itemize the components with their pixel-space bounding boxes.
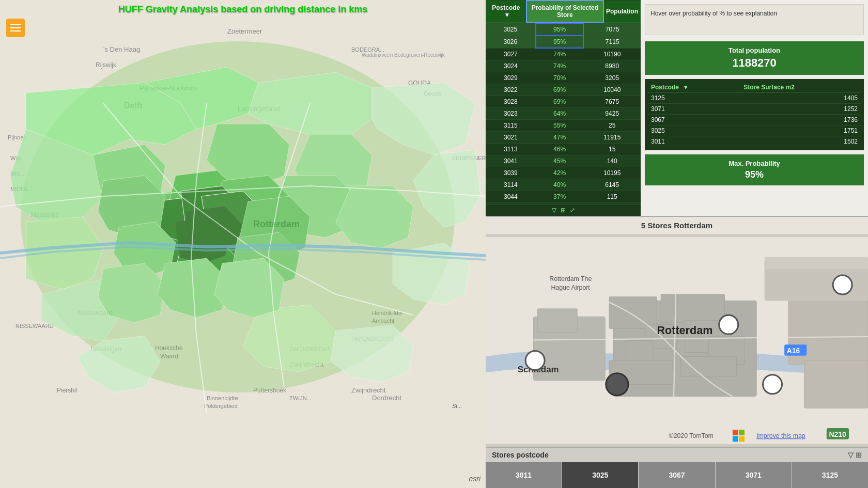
table-row[interactable]: 304145%140 <box>486 155 641 167</box>
store-tab-3125[interactable]: 3125 <box>792 462 868 488</box>
postcode-cell: 3024 <box>486 60 536 72</box>
store-tab-3011[interactable]: 3011 <box>486 462 562 488</box>
probability-cell[interactable]: 95% <box>536 23 584 36</box>
max-prob-title: Max. Probability <box>650 160 859 167</box>
population-header[interactable]: Population <box>603 1 641 22</box>
mini-map-container[interactable]: Rotterdam The Hague Airport Schiedam Rot… <box>486 234 868 447</box>
bottom-bar-icons: ▽ ⊞ <box>848 451 862 459</box>
probability-cell[interactable]: 55% <box>536 120 584 132</box>
svg-rect-41 <box>661 294 724 322</box>
table-row[interactable]: 302774%10190 <box>486 48 641 60</box>
table-expand-icon[interactable]: ⤢ <box>570 207 575 214</box>
table-row[interactable]: 302147%11915 <box>486 132 641 144</box>
svg-rect-72 <box>739 430 745 435</box>
population-cell: 11915 <box>583 132 641 144</box>
svg-point-65 <box>525 351 545 370</box>
store-surface-panel: Postcode ▼ Store Surface m2 312514053071… <box>645 79 864 150</box>
svg-rect-53 <box>765 257 868 269</box>
svg-rect-51 <box>804 360 868 408</box>
mini-map-title: 5 Stores Rotterdam <box>486 217 868 234</box>
svg-text:Zoetermeer: Zoetermeer <box>227 27 262 35</box>
population-cell: 10190 <box>583 48 641 60</box>
bottom-bar: Stores postcode ▽ ⊞ 30113025306730713125 <box>486 447 868 488</box>
main-map[interactable]: HUFF Gravity Analysis based on driving d… <box>0 0 486 488</box>
probability-cell[interactable]: 42% <box>536 167 584 179</box>
probability-cell[interactable]: 45% <box>536 155 584 167</box>
population-cell: 15 <box>583 144 641 155</box>
postcode-cell: 3039 <box>486 167 536 179</box>
svg-rect-74 <box>739 436 745 442</box>
max-probability-panel: Max. Probability 95% <box>645 154 864 185</box>
bottom-right-section: 5 Stores Rotterdam <box>486 217 868 447</box>
table-row[interactable]: 311440%6145 <box>486 179 641 191</box>
store-tab-3025[interactable]: 3025 <box>562 462 639 488</box>
population-cell: 115 <box>583 191 641 203</box>
svg-text:Zwijndrecht: Zwijndrecht <box>351 386 386 394</box>
table-row[interactable]: 302695%7115 <box>486 36 641 48</box>
table-row[interactable]: 302595%7075 <box>486 23 641 36</box>
table-row[interactable]: 303942%10195 <box>486 167 641 179</box>
table-row[interactable]: 311346%15 <box>486 144 641 155</box>
esri-watermark: esri <box>469 475 481 483</box>
probability-cell[interactable]: 95% <box>536 36 584 48</box>
postcode-cell: 3025 <box>486 23 536 36</box>
probability-cell[interactable]: 64% <box>536 108 584 120</box>
probability-cell[interactable]: 74% <box>536 60 584 72</box>
svg-point-64 <box>606 373 628 396</box>
postcode-cell: 3114 <box>486 179 536 191</box>
probability-cell[interactable]: 69% <box>536 96 584 108</box>
grid-icon[interactable]: ⊞ <box>856 451 862 459</box>
table-filter-icon[interactable]: ▽ <box>552 207 556 214</box>
probability-cell[interactable]: 47% <box>536 132 584 144</box>
total-population-title: Total population <box>650 46 859 54</box>
store-tab-3071[interactable]: 3071 <box>716 462 792 488</box>
hover-info-text: Hover over probability of % to see expla… <box>650 10 777 17</box>
table-row[interactable]: 302364%9425 <box>486 108 641 120</box>
probability-cell[interactable]: 37% <box>536 191 584 203</box>
table-row[interactable]: 302269%10040 <box>486 84 641 96</box>
svg-point-66 <box>719 315 738 334</box>
hamburger-button[interactable] <box>6 19 25 37</box>
surface-m2-cell: 1751 <box>740 125 861 136</box>
postcode-cell: 3113 <box>486 144 536 155</box>
postcode-cell: 3029 <box>486 72 536 84</box>
store-surface-table: Postcode ▼ Store Surface m2 312514053071… <box>648 82 861 147</box>
store-surface-row: 30711252 <box>648 104 861 115</box>
surface-m2-cell: 1405 <box>740 93 861 104</box>
svg-text:A16: A16 <box>787 347 800 355</box>
table-row[interactable]: 302869%7675 <box>486 96 641 108</box>
total-population-panel: Total population 1188270 <box>645 41 864 75</box>
table-row[interactable]: 304437%115 <box>486 191 641 203</box>
probability-cell[interactable]: 40% <box>536 179 584 191</box>
population-cell: 140 <box>583 155 641 167</box>
population-cell: 10040 <box>583 84 641 96</box>
store-surface-row: 30251751 <box>648 125 861 136</box>
probability-cell[interactable]: 70% <box>536 72 584 84</box>
svg-text:Rijswijk: Rijswijk <box>96 61 117 69</box>
probability-cell[interactable]: 46% <box>536 144 584 155</box>
probability-cell[interactable]: 69% <box>536 84 584 96</box>
table-row[interactable]: 311555%25 <box>486 120 641 132</box>
svg-text:ZWIJN...: ZWIJN... <box>289 395 312 401</box>
store-surface-postcode-header[interactable]: Postcode ▼ <box>648 82 740 93</box>
svg-text:NISSEWAARD: NISSEWAARD <box>16 323 54 329</box>
table-scroll-area[interactable]: 302595%7075302695%7115302774%10190302474… <box>486 23 641 204</box>
table-row[interactable]: 302474%8980 <box>486 60 641 72</box>
table-export-icon[interactable]: ⊞ <box>561 207 566 214</box>
probability-header[interactable]: Probability of Selected Store <box>526 1 603 22</box>
store-tab-3067[interactable]: 3067 <box>639 462 715 488</box>
svg-text:Improve this map: Improve this map <box>756 432 805 439</box>
filter-icon[interactable]: ▽ <box>848 451 854 459</box>
total-population-value: 1188270 <box>650 56 859 70</box>
table-row[interactable]: 302970%3205 <box>486 72 641 84</box>
probability-cell[interactable]: 74% <box>536 48 584 60</box>
population-cell: 7115 <box>583 36 641 48</box>
data-table-section: Postcode ▼ Probability of Selected Store… <box>486 0 641 216</box>
surface-postcode-cell: 3025 <box>648 125 740 136</box>
population-cell: 7675 <box>583 96 641 108</box>
postcode-cell: 3028 <box>486 96 536 108</box>
svg-point-67 <box>763 375 782 394</box>
store-surface-m2-header[interactable]: Store Surface m2 <box>740 82 861 93</box>
population-cell: 8980 <box>583 60 641 72</box>
postcode-header[interactable]: Postcode ▼ <box>486 1 526 22</box>
